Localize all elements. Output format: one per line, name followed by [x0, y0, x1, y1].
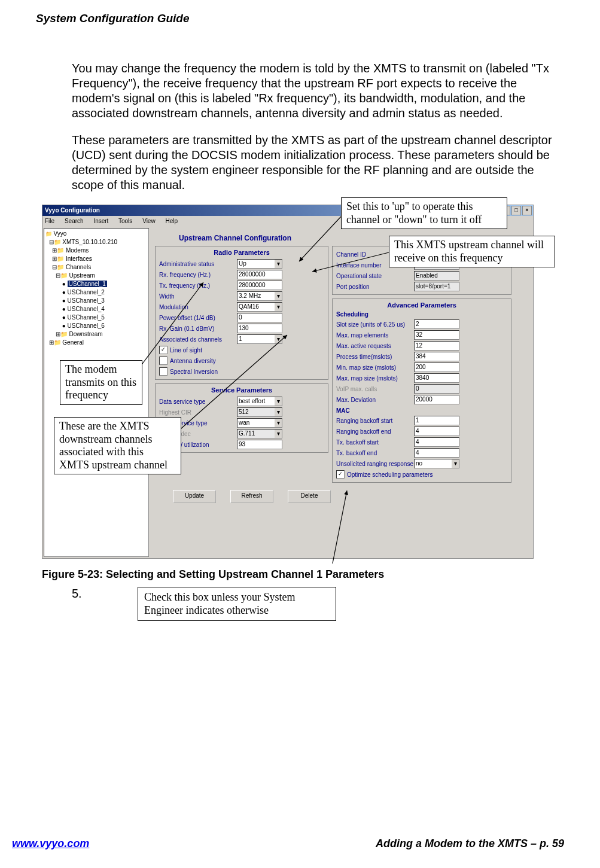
maximize-icon[interactable]: □ — [511, 206, 521, 215]
width-field[interactable]: 3.2 MHz — [237, 291, 282, 301]
tree-interfaces[interactable]: ⊞📁 Interfaces — [45, 255, 147, 263]
tree-general[interactable]: ⊞📁 General — [45, 339, 147, 347]
max-map-field[interactable]: 3840 — [414, 373, 459, 383]
antenna-label: Antenna diversity — [170, 358, 248, 364]
menu-file[interactable]: File — [45, 218, 54, 224]
doc-header: System Configuration Guide — [36, 12, 564, 25]
voip-codec-field: G.711 — [237, 429, 282, 438]
refresh-button[interactable]: Refresh — [230, 490, 273, 503]
tree-channels[interactable]: ⊟📁 Channels — [45, 263, 147, 272]
callout-tx-freq: The modem transmits on this frequency — [60, 360, 142, 405]
menu-tools[interactable]: Tools — [118, 218, 132, 224]
optimize-label: Optimize scheduling parameters — [347, 471, 433, 478]
tbs-field[interactable]: 4 — [414, 437, 459, 447]
los-checkbox[interactable]: ✓ — [159, 346, 167, 354]
data-service-field[interactable]: best effort — [237, 397, 282, 406]
slot-size-field[interactable]: 2 — [414, 319, 459, 329]
close-icon[interactable]: × — [522, 206, 532, 215]
los-label: Line of sight — [170, 347, 248, 354]
tree-downstream[interactable]: ⊞📁 Downstream — [45, 330, 147, 339]
optimize-checkbox[interactable]: ✓ — [336, 470, 345, 479]
admin-status-label: Administrative status — [159, 261, 237, 267]
rx-freq-field[interactable]: 28000000 — [237, 270, 282, 279]
spectral-checkbox[interactable] — [159, 367, 167, 376]
wan-bw-field[interactable]: 93 — [237, 440, 282, 449]
paragraph-1: You may change the frequency the modem i… — [72, 61, 552, 121]
rx-gain-label: Rx. Gain (0.1 dBmV) — [159, 325, 237, 332]
data-service-label: Data service type — [159, 398, 237, 405]
rbs-field[interactable]: 1 — [414, 416, 459, 425]
process-time-label: Process time(mslots) — [336, 354, 414, 360]
callout-assoc-ds: These are the XMTS downstream channels a… — [54, 417, 181, 474]
port-pos-label: Port position — [336, 284, 414, 290]
rx-gain-field[interactable]: 130 — [237, 324, 282, 333]
footer: www.vyyo.com Adding a Modem to the XMTS … — [12, 837, 564, 850]
port-pos-field: slot=8/port=1 — [414, 282, 459, 291]
service-title: Service Parameters — [159, 386, 324, 394]
tree-xmts[interactable]: ⊟📁 XMTS_10.10.10.210 — [45, 238, 147, 246]
max-map-el-label: Max. map elements — [336, 332, 414, 339]
highest-cir-label: Highest CIR — [159, 409, 237, 416]
callout-admin-status: Set this to 'up" to operate this channel… — [341, 197, 507, 229]
admin-status-field[interactable]: Up — [237, 259, 282, 269]
antenna-checkbox[interactable] — [159, 357, 167, 365]
rbe-field[interactable]: 4 — [414, 427, 459, 436]
max-dev-field[interactable]: 20000 — [414, 395, 459, 404]
menu-insert[interactable]: Insert — [93, 218, 108, 224]
callout-optimize: Check this box unless your System Engine… — [138, 587, 336, 621]
voip-max-field: 0 — [414, 384, 459, 394]
tree-upstream[interactable]: ⊟📁 Upstream — [45, 272, 147, 280]
modulation-field[interactable]: QAM16 — [237, 302, 282, 312]
tree-us2[interactable]: ● USChannel_2 — [45, 288, 147, 297]
menu-help[interactable]: Help — [165, 218, 178, 224]
radio-panel: Radio Parameters Administrative statusUp… — [155, 246, 328, 380]
tbe-field[interactable]: 4 — [414, 448, 459, 458]
form-pane: Upstream Channel Configuration Radio Par… — [150, 227, 533, 558]
urr-field[interactable]: no — [414, 459, 459, 468]
figure-caption: Figure 5-23: Selecting and Setting Upstr… — [42, 568, 564, 581]
spectral-label: Spectral Inversion — [170, 368, 248, 375]
mac-title: MAC — [336, 407, 507, 414]
update-button[interactable]: Update — [173, 490, 216, 503]
tree-us5[interactable]: ● USChannel_5 — [45, 313, 147, 322]
rbe-label: Ranging backoff end — [336, 428, 414, 435]
process-time-field[interactable]: 384 — [414, 352, 459, 361]
slot-size-label: Slot size (units of 6.25 us) — [336, 321, 414, 328]
delete-button[interactable]: Delete — [288, 490, 331, 503]
tx-freq-field[interactable]: 28000000 — [237, 281, 282, 290]
footer-page: Adding a Modem to the XMTS – p. 59 — [376, 837, 564, 850]
tree-us3[interactable]: ● USChannel_3 — [45, 297, 147, 305]
max-map-el-field[interactable]: 32 — [414, 330, 459, 340]
tbe-label: Tx. backoff end — [336, 450, 414, 456]
callout-rx-freq: This XMTS upstream channel will receive … — [389, 236, 555, 267]
width-label: Width — [159, 293, 237, 300]
tree-us1[interactable]: ● USChannel_1 — [45, 280, 147, 288]
voice-service-field[interactable]: wan — [237, 418, 282, 428]
scheduling-title: Scheduling — [336, 311, 507, 318]
tree-modems[interactable]: ⊞📁 Modems — [45, 246, 147, 255]
menu-search[interactable]: Search — [65, 218, 84, 224]
op-state-label: Operational state — [336, 273, 414, 279]
tree-root[interactable]: Vyyo — [45, 230, 147, 238]
screenshot-area: Vyyo Configuration _ □ × File Search Ins… — [42, 205, 532, 564]
assoc-ds-field[interactable]: 1 — [237, 334, 282, 344]
max-active-label: Max. active requests — [336, 343, 414, 349]
window-title: Vyyo Configuration — [45, 205, 100, 216]
max-active-field[interactable]: 12 — [414, 341, 459, 351]
min-map-field[interactable]: 200 — [414, 363, 459, 372]
min-map-label: Min. map size (mslots) — [336, 364, 414, 371]
max-map-label: Max. map size (mslots) — [336, 375, 414, 382]
urr-label: Unsolicited ranging response — [336, 461, 414, 467]
op-state-field: Enabled — [414, 271, 459, 281]
tree-us4[interactable]: ● USChannel_4 — [45, 305, 147, 313]
tree-us6[interactable]: ● USChannel_6 — [45, 322, 147, 330]
tx-freq-label: Tx. frequency (Hz.) — [159, 282, 237, 289]
tbs-label: Tx. backoff start — [336, 439, 414, 446]
advanced-title: Advanced Parameters — [336, 301, 507, 309]
menu-view[interactable]: View — [142, 218, 156, 224]
highest-cir-field: 512 — [237, 407, 282, 417]
rbs-label: Ranging backoff start — [336, 418, 414, 424]
paragraph-2: These parameters are transmitted by the … — [72, 133, 552, 193]
power-offset-field[interactable]: 0 — [237, 313, 282, 322]
footer-url[interactable]: www.vyyo.com — [12, 837, 89, 850]
